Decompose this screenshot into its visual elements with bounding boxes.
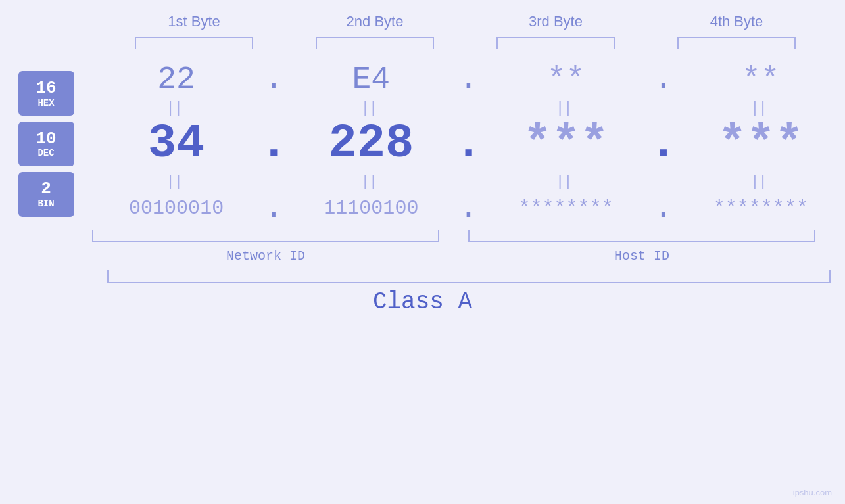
dec-badge: 10 DEC [18,122,74,166]
bin-dot3: . [650,191,677,226]
bottom-bracket-row [92,230,815,246]
host-id-label: Host ID [468,248,815,263]
hex-b2: E4 [352,62,391,97]
bin-label: BIN [37,198,54,209]
dec-b4-cell: *** [677,117,845,171]
hex-label: HEX [37,98,54,108]
dec-row: 34 . 228 . *** . *** [92,117,845,171]
labels-column: 16 HEX 10 DEC 2 BIN [0,62,92,226]
bin-row: 00100010 . 11100100 . ******** . *******… [92,191,845,226]
class-bracket [107,270,831,283]
hex-b1-cell: 22 [92,62,260,97]
eq1-b1: || [92,98,260,116]
dec-b2: 228 [329,117,414,171]
dec-b4: *** [718,117,804,171]
bracket-cell-3 [466,37,646,49]
eq-row-1: || || || || [92,97,845,117]
hex-b2-cell: E4 [287,62,455,97]
eq-row-2: || || || || [92,171,845,191]
bracket-top-3 [496,37,615,49]
bracket-top-1 [135,37,253,49]
dec-b2-cell: 228 [287,117,455,171]
network-id-label: Network ID [92,248,439,263]
bin-dot2: . [456,191,482,226]
dec-b3-cell: *** [482,117,650,171]
grid-area: 22 . E4 . ** . ** || || [92,62,845,226]
hex-b4: ** [742,62,780,97]
bin-badge: 2 BIN [18,172,74,217]
dec-b3: *** [523,117,609,171]
dec-dot3: . [650,117,677,171]
bracket-cell-4 [646,37,827,49]
byte4-header: 4th Byte [646,13,827,30]
bracket-top-4 [677,37,796,49]
dec-b1-cell: 34 [92,117,260,171]
hex-number: 16 [36,79,56,98]
byte3-header: 3rd Byte [466,13,646,30]
bracket-cell-1 [104,37,285,49]
hex-dot3: . [650,62,677,97]
hex-dot1: . [260,62,287,97]
content-wrapper: 16 HEX 10 DEC 2 BIN 22 . E4 [0,62,845,226]
id-labels-row: Network ID Host ID [92,248,815,263]
hex-badge: 16 HEX [18,71,74,116]
eq2-b2: || [287,172,455,190]
bin-b4: ******** [713,197,808,219]
hex-b1: 22 [157,62,195,97]
hex-b4-cell: ** [677,62,845,97]
byte1-header: 1st Byte [104,13,285,30]
watermark: ipshu.com [793,488,832,497]
top-brackets [104,37,827,49]
hex-b3-cell: ** [482,62,650,97]
bin-b3-cell: ******** [482,197,650,219]
eq1-b4: || [677,98,845,116]
byte-headers: 1st Byte 2nd Byte 3rd Byte 4th Byte [104,13,827,30]
bin-dot1: . [260,191,287,226]
hex-b3: ** [547,62,585,97]
eq1-b2: || [287,98,455,116]
eq2-b3: || [482,172,650,190]
dec-dot2: . [456,117,482,171]
hex-row: 22 . E4 . ** . ** [92,62,845,97]
dec-label: DEC [37,148,54,158]
bin-b2: 11100100 [324,197,418,219]
bin-number: 2 [41,179,51,198]
hex-dot2: . [456,62,482,97]
main-container: 1st Byte 2nd Byte 3rd Byte 4th Byte 16 H… [0,0,845,504]
dec-number: 10 [36,129,56,149]
bin-b1-cell: 00100010 [92,197,260,219]
bin-b1: 00100010 [129,197,224,219]
bin-b4-cell: ******** [677,197,845,219]
bottom-section: Network ID Host ID [0,230,845,263]
bin-b3: ******** [519,197,614,219]
eq2-b4: || [677,172,845,190]
bracket-cell-2 [285,37,466,49]
dec-dot1: . [260,117,287,171]
host-id-bracket [468,230,815,242]
network-id-bracket [92,230,439,242]
bracket-top-2 [316,37,434,49]
dec-b1: 34 [148,117,205,171]
class-label: Class A [0,288,845,315]
eq1-b3: || [482,98,650,116]
bin-b2-cell: 11100100 [287,197,455,219]
eq2-b1: || [92,172,260,190]
byte2-header: 2nd Byte [285,13,466,30]
